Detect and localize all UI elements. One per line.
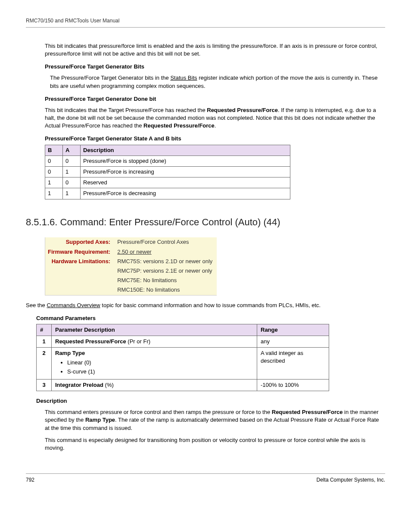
infobox-value: 2.50 or newer bbox=[115, 247, 217, 257]
table-row: 0 0 Pressure/Force is stopped (done) bbox=[45, 156, 290, 166]
page-number: 792 bbox=[26, 476, 34, 484]
cell: 0 bbox=[45, 156, 63, 166]
cell: 1 bbox=[45, 177, 63, 188]
text: . bbox=[215, 122, 216, 129]
heading-state-bits: Pressure/Force Target Generator State A … bbox=[45, 135, 381, 143]
infobox-label: Firmware Requirement: bbox=[45, 247, 115, 257]
table-header-row: # Parameter Description Range bbox=[37, 324, 329, 336]
cell: 1 bbox=[45, 188, 63, 199]
text-bold: Requested Pressure/Force bbox=[207, 107, 278, 113]
cell: 1 bbox=[63, 167, 81, 177]
cell-range: A valid integer as described bbox=[257, 348, 329, 380]
col-num: # bbox=[37, 324, 52, 336]
cell-n: 3 bbox=[37, 379, 52, 391]
cell-range: any bbox=[257, 336, 329, 348]
col-a: A bbox=[63, 145, 81, 156]
text: This bit indicates that the Target Press… bbox=[45, 107, 207, 113]
desc-bold: Integrator Preload bbox=[55, 382, 103, 388]
col-desc: Parameter Description bbox=[52, 324, 257, 336]
heading-description: Description bbox=[36, 397, 381, 405]
description-paragraph-1: This command enters pressure or force co… bbox=[45, 408, 381, 432]
desc-bold: Requested Pressure/Force bbox=[55, 338, 126, 345]
cell-n: 1 bbox=[37, 336, 52, 348]
infobox-value: RMC75S: versions 2.1D or newer only bbox=[115, 257, 217, 266]
cell: Reserved bbox=[81, 177, 290, 188]
table-header-row: B A Description bbox=[45, 145, 290, 156]
page-header: RMC70/150 and RMCTools User Manual bbox=[26, 17, 385, 28]
desc-rest: (Pr or Fr) bbox=[126, 338, 150, 345]
infobox-row: Hardware Limitations: RMC75S: versions 2… bbox=[45, 257, 217, 266]
header-left: RMC70/150 and RMCTools User Manual bbox=[26, 18, 119, 24]
text-bold: Requested Pressure/Force bbox=[272, 409, 343, 415]
cell-n: 2 bbox=[37, 348, 52, 380]
infobox-value: RMC75P: versions 2.1E or newer only bbox=[115, 266, 217, 276]
list-item: Linear (0) bbox=[67, 359, 253, 367]
infobox-value: RMC75E: No limitations bbox=[115, 276, 217, 285]
col-b: B bbox=[45, 145, 63, 156]
heading-done-bit: Pressure/Force Target Generator Done bit bbox=[45, 95, 381, 103]
status-bits-link[interactable]: Status Bits bbox=[170, 75, 197, 81]
infobox-label: Supported Axes: bbox=[45, 237, 115, 247]
intro-paragraph: This bit indicates that pressure/force l… bbox=[45, 42, 381, 58]
heading-command-parameters: Command Parameters bbox=[36, 314, 381, 322]
text: topic for basic command information and … bbox=[100, 302, 321, 308]
infobox-value: RMC150E: No limitations bbox=[115, 285, 217, 295]
desc-rest: (%) bbox=[103, 382, 114, 388]
text: See the bbox=[26, 302, 47, 308]
table-row: 0 1 Pressure/Force is increasing bbox=[45, 167, 290, 177]
table-row: 2 Ramp Type Linear (0) S-curve (1) A val… bbox=[37, 348, 329, 380]
done-bit-paragraph: This bit indicates that the Target Press… bbox=[45, 106, 381, 130]
col-desc: Description bbox=[81, 145, 290, 156]
text-bold: Requested Pressure/Force bbox=[143, 122, 215, 129]
see-paragraph: See the Commands Overview topic for basi… bbox=[26, 302, 381, 309]
cell-desc: Requested Pressure/Force (Pr or Fr) bbox=[52, 336, 257, 348]
cell-desc: Integrator Preload (%) bbox=[52, 379, 257, 391]
table-row: 3 Integrator Preload (%) -100% to 100% bbox=[37, 379, 329, 391]
infobox-row: Supported Axes: Pressure/Force Control A… bbox=[45, 237, 217, 247]
cell: 0 bbox=[45, 167, 63, 177]
cell: Pressure/Force is stopped (done) bbox=[81, 156, 290, 166]
cell: 0 bbox=[63, 156, 81, 166]
text-bold: Ramp Type bbox=[85, 417, 115, 423]
table-row: 1 Requested Pressure/Force (Pr or Fr) an… bbox=[37, 336, 329, 348]
cell: 1 bbox=[63, 188, 81, 199]
target-gen-bits-paragraph: The Pressure/Force Target Generator bits… bbox=[50, 74, 381, 90]
commands-overview-link[interactable]: Commands Overview bbox=[47, 302, 100, 308]
desc-bold: Ramp Type bbox=[55, 350, 85, 356]
description-paragraph-2: This command is especially designed for … bbox=[45, 436, 381, 452]
footer-company: Delta Computer Systems, Inc. bbox=[317, 476, 385, 484]
heading-target-gen-bits: Pressure/Force Target Generator Bits bbox=[45, 63, 381, 71]
infobox-row: RMC150E: No limitations bbox=[45, 285, 217, 295]
infobox-value: Pressure/Force Control Axes bbox=[115, 237, 217, 247]
text: This command enters pressure or force co… bbox=[45, 409, 272, 415]
ramp-type-list: Linear (0) S-curve (1) bbox=[67, 359, 253, 375]
cell-range: -100% to 100% bbox=[257, 379, 329, 391]
firmware-link[interactable]: 2.50 or newer bbox=[117, 249, 152, 255]
infobox-label: Hardware Limitations: bbox=[45, 257, 115, 266]
command-parameters-table: # Parameter Description Range 1 Requeste… bbox=[36, 324, 329, 391]
infobox-row: Firmware Requirement: 2.50 or newer bbox=[45, 247, 217, 257]
infobox-row: RMC75P: versions 2.1E or newer only bbox=[45, 266, 217, 276]
list-item: S-curve (1) bbox=[67, 368, 253, 376]
cell-desc: Ramp Type Linear (0) S-curve (1) bbox=[52, 348, 257, 380]
command-infobox: Supported Axes: Pressure/Force Control A… bbox=[45, 237, 217, 295]
state-bits-table: B A Description 0 0 Pressure/Force is st… bbox=[45, 145, 290, 199]
page-content: This bit indicates that pressure/force l… bbox=[45, 42, 381, 452]
col-range: Range bbox=[257, 324, 329, 336]
cell: Pressure/Force is decreasing bbox=[81, 188, 290, 199]
table-row: 1 1 Pressure/Force is decreasing bbox=[45, 188, 290, 199]
text: The Pressure/Force Target Generator bits… bbox=[50, 75, 170, 81]
cell: 0 bbox=[63, 177, 81, 188]
page-footer: 792 Delta Computer Systems, Inc. bbox=[26, 473, 385, 484]
cell: Pressure/Force is increasing bbox=[81, 167, 290, 177]
section-heading: 8.5.1.6. Command: Enter Pressure/Force C… bbox=[26, 216, 381, 229]
infobox-row: RMC75E: No limitations bbox=[45, 276, 217, 285]
table-row: 1 0 Reserved bbox=[45, 177, 290, 188]
